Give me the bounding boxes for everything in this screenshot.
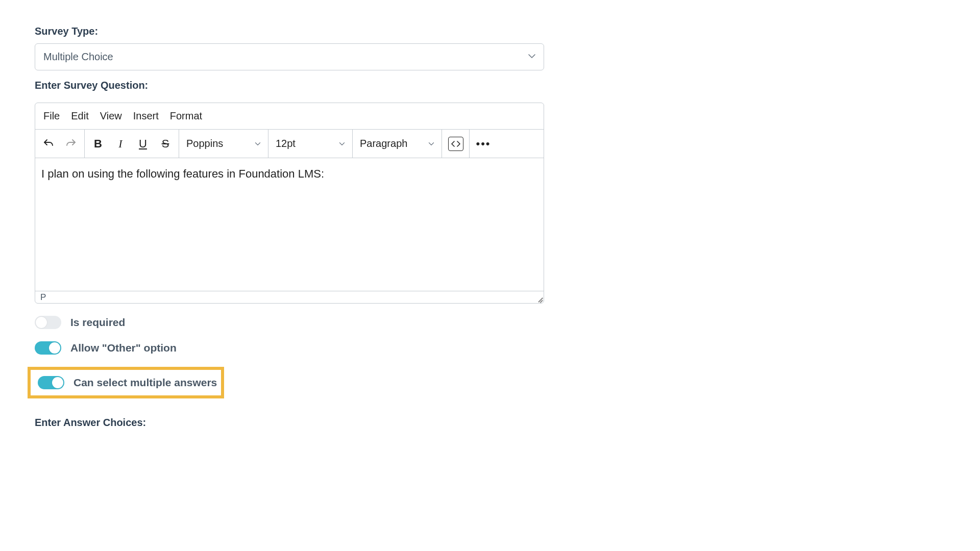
menu-insert[interactable]: Insert xyxy=(133,110,159,122)
editor-element-path: P xyxy=(40,292,46,303)
block-format-select[interactable]: Paragraph xyxy=(353,130,442,158)
is-required-label: Is required xyxy=(70,316,125,329)
menu-file[interactable]: File xyxy=(43,110,60,122)
allow-other-row: Allow "Other" option xyxy=(35,341,544,355)
multi-answer-row-highlighted: Can select multiple answers xyxy=(28,367,224,398)
strikethrough-button[interactable]: S xyxy=(156,135,175,153)
is-required-row: Is required xyxy=(35,316,544,329)
answer-choices-label: Enter Answer Choices: xyxy=(35,417,544,429)
chevron-down-icon xyxy=(428,138,434,149)
source-code-button[interactable] xyxy=(442,130,470,158)
survey-type-select[interactable]: Multiple Choice xyxy=(35,43,544,70)
editor-menubar: File Edit View Insert Format xyxy=(35,103,544,130)
block-format-value: Paragraph xyxy=(360,138,407,149)
bold-button[interactable]: B xyxy=(89,135,107,153)
font-size-value: 12pt xyxy=(276,138,296,149)
menu-view[interactable]: View xyxy=(100,110,122,122)
survey-type-label: Survey Type: xyxy=(35,26,544,37)
multi-answer-label: Can select multiple answers xyxy=(74,377,217,389)
editor-toolbar: B I U S Poppins 12pt xyxy=(35,130,544,158)
more-options-button[interactable]: ••• xyxy=(470,130,497,158)
italic-button[interactable]: I xyxy=(111,135,130,153)
more-icon: ••• xyxy=(476,137,491,151)
underline-button[interactable]: U xyxy=(134,135,152,153)
resize-handle[interactable] xyxy=(536,296,543,302)
editor-content-area[interactable]: I plan on using the following features i… xyxy=(35,158,544,291)
toggle-knob xyxy=(36,317,47,328)
survey-builder-form: Survey Type: Multiple Choice Enter Surve… xyxy=(6,0,573,429)
undo-redo-group xyxy=(35,130,85,158)
survey-question-label: Enter Survey Question: xyxy=(35,80,544,91)
toggle-knob xyxy=(49,342,60,354)
font-family-value: Poppins xyxy=(186,138,223,149)
multi-answer-toggle[interactable] xyxy=(38,376,64,389)
chevron-down-icon xyxy=(255,138,261,149)
font-family-select[interactable]: Poppins xyxy=(179,130,268,158)
chevron-down-icon xyxy=(339,138,345,149)
redo-button[interactable] xyxy=(62,135,80,153)
text-format-group: B I U S xyxy=(85,130,179,158)
menu-format[interactable]: Format xyxy=(170,110,202,122)
is-required-toggle[interactable] xyxy=(35,316,61,329)
font-size-select[interactable]: 12pt xyxy=(268,130,353,158)
editor-statusbar: P xyxy=(35,291,544,303)
allow-other-label: Allow "Other" option xyxy=(70,342,177,354)
undo-button[interactable] xyxy=(39,135,58,153)
rich-text-editor: File Edit View Insert Format B I xyxy=(35,103,544,304)
survey-type-select-wrap: Multiple Choice xyxy=(35,43,544,70)
menu-edit[interactable]: Edit xyxy=(71,110,88,122)
allow-other-toggle[interactable] xyxy=(35,341,61,355)
code-icon xyxy=(448,137,463,151)
toggle-knob xyxy=(52,377,63,388)
